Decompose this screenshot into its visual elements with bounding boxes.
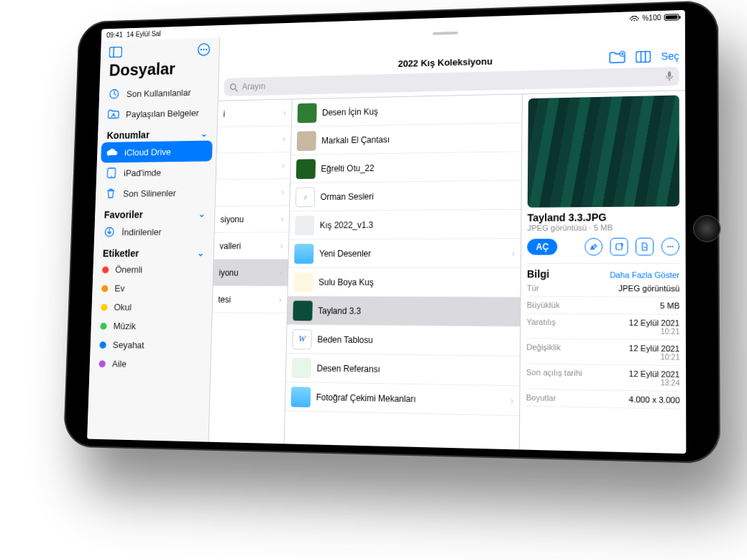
folder-row[interactable]: valleri› [214, 233, 289, 260]
chevron-right-icon: › [282, 160, 285, 170]
column-files: Desen İçin KuşMarkalı El ÇantasıEğrelti … [285, 94, 523, 449]
file-label: Orman Sesleri [320, 191, 373, 201]
open-button[interactable]: AÇ [527, 239, 557, 255]
folder-label: tesi [218, 294, 231, 304]
new-folder-icon[interactable] [609, 51, 625, 65]
sidebar-tag[interactable]: Okul [91, 298, 212, 317]
file-thumb [293, 272, 313, 292]
folder-row[interactable]: siyonu› [215, 206, 290, 233]
file-row[interactable]: Kış 2022_v1.3 [289, 210, 521, 240]
rotate-icon[interactable] [610, 238, 628, 256]
sidebar-icloud-drive[interactable]: iCloud Drive [101, 140, 212, 162]
sidebar-toggle-icon[interactable] [109, 45, 123, 60]
chevron-down-icon: ⌄ [201, 129, 208, 139]
tag-dot-icon [100, 322, 106, 329]
sidebar-item-label: iCloud Drive [124, 147, 171, 157]
svg-point-3 [201, 49, 202, 50]
download-icon [104, 226, 116, 238]
tag-dot-icon [98, 360, 105, 367]
info-key: Tür [527, 284, 539, 293]
status-time: 09:41 [106, 31, 123, 39]
info-key: Değişiklik [526, 343, 561, 360]
chevron-right-icon: › [512, 248, 515, 258]
markup-icon[interactable] [585, 238, 602, 256]
sidebar-on-ipad[interactable]: iPad'imde [96, 161, 216, 183]
files-app: Dosyalar Son Kullanılanlar Paylaşılan Be… [87, 23, 686, 454]
file-row[interactable]: Tayland 3.3 [287, 296, 520, 326]
file-label: Sulu Boya Kuş [318, 277, 374, 287]
sidebar-recent[interactable]: Son Kullanılanlar [99, 81, 219, 104]
info-value: JPEG görüntüsü [618, 284, 679, 293]
ipad-icon [106, 167, 118, 179]
folder-label: i [223, 109, 225, 118]
more-actions-icon[interactable] [661, 238, 679, 256]
chevron-down-icon: ⌄ [198, 209, 206, 219]
file-row[interactable]: Eğrelti Otu_22 [290, 152, 521, 183]
select-button[interactable]: Seç [661, 50, 679, 63]
info-row: Büyüklük5 MB [527, 297, 680, 315]
file-row[interactable]: Yeni Desenler› [288, 239, 521, 268]
more-options-icon[interactable] [196, 42, 211, 57]
file-row[interactable]: Desen İçin Kuş [292, 94, 522, 127]
svg-point-16 [230, 83, 236, 89]
tag-dot-icon [102, 266, 109, 273]
chevron-right-icon: › [279, 295, 282, 305]
info-key: Son açılış tarihi [526, 368, 582, 386]
folder-icon [294, 244, 313, 264]
file-row[interactable]: WBeden Tablosu [287, 325, 521, 357]
sidebar-tag[interactable]: Seyahat [90, 335, 211, 355]
sidebar-tag[interactable]: Ev [92, 279, 213, 298]
sidebar-downloads-label: İndirilenler [122, 226, 161, 237]
svg-point-22 [672, 246, 674, 247]
folder-row[interactable]: › [216, 152, 290, 180]
view-columns-icon[interactable] [636, 51, 651, 63]
sidebar-trash[interactable]: Son Silinenler [96, 182, 216, 203]
file-row[interactable]: Markalı El Çantası [291, 123, 522, 155]
convert-icon[interactable] [636, 238, 654, 256]
folder-row[interactable]: i› [218, 99, 292, 127]
status-date: 14 Eylül Sal [127, 29, 161, 38]
trash-icon [105, 187, 117, 199]
grab-handle-icon[interactable] [433, 32, 458, 35]
file-thumb [298, 103, 317, 123]
tag-label: Okul [114, 302, 132, 313]
sidebar-tag[interactable]: Aile [89, 354, 211, 375]
chevron-right-icon: › [280, 241, 283, 251]
sidebar-shared[interactable]: Paylaşılan Belgeler [98, 102, 218, 125]
file-thumb [293, 300, 313, 321]
tag-dot-icon [101, 303, 107, 311]
svg-point-4 [203, 49, 204, 50]
folder-row[interactable]: tesi› [212, 286, 287, 313]
folder-label: siyonu [220, 214, 244, 224]
sidebar-shared-label: Paylaşılan Belgeler [126, 107, 199, 119]
folder-row[interactable]: › [216, 179, 290, 206]
info-value: 12 Eylül 202110:21 [629, 344, 680, 362]
file-row[interactable]: Desen Referansı [286, 354, 520, 386]
sidebar-tag[interactable]: Müzik [91, 316, 211, 336]
mic-icon[interactable] [666, 71, 673, 81]
info-row: TürJPEG görüntüsü [527, 280, 680, 297]
tags-header[interactable]: Etiketler ⌄ [93, 242, 214, 260]
chevron-right-icon: › [510, 395, 513, 406]
file-row[interactable]: Fotoğraf Çekimi Mekanları› [285, 382, 520, 416]
folder-label: valleri [219, 241, 241, 251]
sidebar-downloads[interactable]: İndirilenler [94, 221, 214, 242]
sidebar-tag[interactable]: Önemli [93, 260, 214, 279]
shared-folder-icon [107, 108, 119, 120]
preview-meta: JPEG görüntüsü · 5 MB [527, 223, 679, 232]
show-more-button[interactable]: Daha Fazla Göster [610, 270, 679, 280]
ipad-device-frame: 09:41 14 Eylül Sal %100 [63, 0, 720, 464]
favorites-header[interactable]: Favoriler ⌄ [95, 203, 215, 221]
sidebar: Dosyalar Son Kullanılanlar Paylaşılan Be… [87, 37, 220, 442]
file-row[interactable]: ♪Orman Sesleri [290, 180, 521, 211]
file-thumb [295, 215, 314, 235]
locations-header[interactable]: Konumlar ⌄ [98, 122, 217, 142]
clock-icon [108, 88, 120, 100]
folder-row[interactable]: iyonu› [213, 260, 288, 287]
home-button[interactable] [693, 215, 721, 242]
file-row[interactable]: Sulu Boya Kuş [288, 268, 520, 298]
info-value: 12 Eylül 202113:24 [629, 369, 680, 387]
folder-row[interactable]: › [217, 126, 291, 153]
svg-rect-0 [109, 47, 122, 58]
info-key: Yaratılış [526, 318, 556, 335]
